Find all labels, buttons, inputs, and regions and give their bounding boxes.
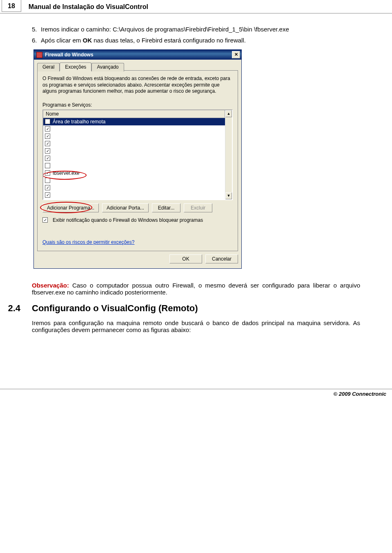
step-number: 6. (32, 37, 41, 44)
list-item[interactable] (43, 192, 232, 199)
list-item[interactable] (43, 125, 232, 133)
list-item[interactable] (43, 140, 232, 147)
ok-button[interactable]: OK (169, 254, 202, 263)
step-5: 5. Iremos indicar o caminho: C:\Arquivos… (32, 26, 360, 33)
section-paragraph: Iremos para configuração na maquina remo… (32, 319, 360, 333)
dialog-footer: OK Cancelar (34, 254, 241, 268)
checkbox-icon[interactable] (45, 141, 50, 146)
checkbox-icon[interactable] (45, 156, 50, 161)
cancel-button[interactable]: Cancelar (205, 254, 238, 263)
firewall-dialog: Firewall do Windows ✕ Geral Exceções Ava… (33, 49, 242, 269)
firewall-icon (36, 52, 42, 58)
list-item[interactable]: Área de trabalho remota (43, 118, 232, 125)
page-number: 18 (2, 0, 21, 12)
list-item[interactable] (43, 147, 232, 155)
add-port-button[interactable]: Adicionar Porta... (102, 203, 149, 212)
checkbox-icon[interactable] (45, 134, 50, 139)
list-item[interactable] (43, 162, 232, 169)
programs-listbox[interactable]: ▲ ▼ Nome Área de trabalho remota fbserve… (42, 109, 233, 200)
list-item[interactable] (43, 133, 232, 140)
step-number: 5. (32, 26, 41, 33)
scrollbar[interactable]: ▲ ▼ (225, 110, 232, 199)
list-header: Nome (43, 110, 225, 118)
checkbox-icon[interactable] (45, 170, 50, 176)
checkbox-icon[interactable] (42, 217, 48, 223)
list-item[interactable] (43, 155, 232, 162)
delete-button[interactable]: Excluir (184, 203, 212, 212)
button-row: Adicionar Programa... Adicionar Porta...… (42, 203, 233, 212)
list-item[interactable] (43, 184, 232, 192)
page-title: Manual de Instalação do VisualControl (29, 2, 148, 11)
add-program-button[interactable]: Adicionar Programa... (42, 203, 99, 212)
section-title: Configurando o VisualConfig (Remoto) (32, 303, 198, 314)
checkbox-icon[interactable] (45, 185, 50, 190)
step-6: 6. Após clicar em OK nas duas telas, o F… (32, 37, 360, 44)
tab-pane: O Firewall do Windows está bloqueando as… (37, 70, 238, 251)
risks-link[interactable]: Quais são os riscos de permitir exceções… (42, 239, 134, 245)
step-text: Após clicar em OK nas duas telas, o Fire… (41, 37, 360, 44)
checkbox-icon[interactable] (45, 119, 50, 124)
checkbox-icon[interactable] (45, 148, 50, 154)
tab-advanced[interactable]: Avançado (91, 63, 124, 71)
list-item[interactable] (43, 177, 232, 184)
notify-row: Exibir notificação quando o Firewall do … (42, 217, 233, 223)
scroll-up-icon[interactable]: ▲ (225, 110, 232, 117)
step-text: Iremos indicar o caminho: C:\Arquivos de… (41, 26, 360, 33)
tabs: Geral Exceções Avançado (34, 60, 241, 71)
edit-button[interactable]: Editar... (152, 203, 180, 212)
list-label: Programas e Serviços: (42, 102, 233, 108)
titlebar: Firewall do Windows ✕ (34, 50, 241, 60)
dialog-title: Firewall do Windows (45, 52, 232, 58)
notify-label: Exibir notificação quando o Firewall do … (53, 217, 203, 223)
checkbox-icon[interactable] (45, 126, 50, 132)
list-item-fbserver[interactable]: fbserver.exe (43, 169, 232, 177)
scroll-down-icon[interactable]: ▼ (225, 192, 232, 199)
section-number: 2.4 (1, 303, 20, 314)
description-text: O Firewall do Windows está bloqueando as… (42, 76, 233, 95)
tab-exceptions[interactable]: Exceções (60, 62, 91, 71)
page-header: 18 Manual de Instalação do VisualControl (0, 0, 392, 13)
checkbox-icon[interactable] (45, 192, 50, 198)
observation-text: Caso o computador possua outro Firewall,… (32, 282, 360, 296)
checkbox-icon[interactable] (45, 163, 50, 168)
page-footer: © 2009 Connectronic (0, 389, 392, 399)
observation-label: Observação: (32, 282, 69, 289)
close-button[interactable]: ✕ (232, 51, 240, 58)
observation: Observação: Caso o computador possua out… (32, 282, 360, 296)
checkbox-icon[interactable] (45, 178, 50, 183)
section-heading: 2.4 Configurando o VisualConfig (Remoto) (1, 303, 360, 314)
tab-general[interactable]: Geral (37, 63, 60, 71)
